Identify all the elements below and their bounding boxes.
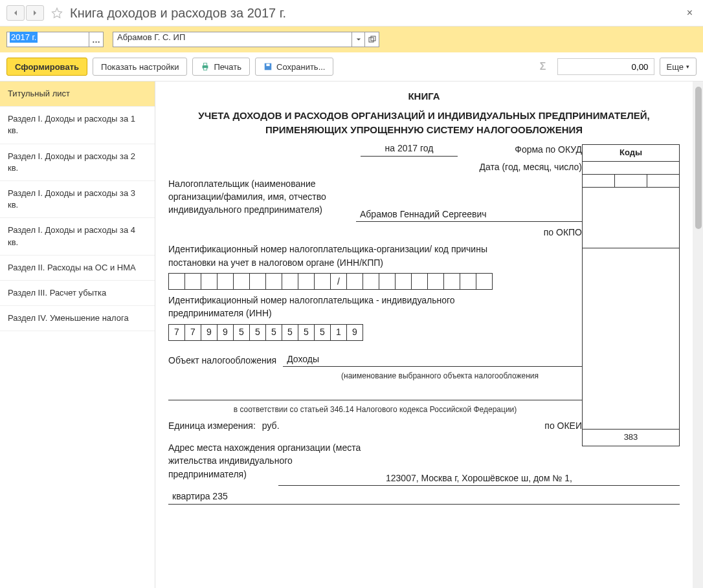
organization-input[interactable]: Абрамов Г. С. ИП: [113, 32, 352, 47]
svg-rect-4: [204, 68, 207, 71]
sum-field[interactable]: [557, 58, 654, 75]
address-line-2: квартира 235: [168, 490, 680, 504]
scrollbar[interactable]: [693, 82, 703, 588]
object-label: Объект налогообложения: [168, 354, 276, 367]
titlebar: Книга доходов и расходов за 2017 г. ×: [0, 0, 703, 27]
okpo-label: по ОКПО: [544, 226, 582, 239]
inn-label: Идентификационный номер налогоплательщик…: [168, 294, 498, 320]
taxpayer-name: Абрамов Геннадий Сергеевич: [356, 208, 582, 222]
period-picker-button[interactable]: …: [89, 32, 104, 47]
svg-rect-3: [204, 63, 207, 66]
year-value: на 2017 год: [361, 142, 458, 156]
back-button[interactable]: [6, 5, 25, 21]
save-icon: [263, 62, 273, 71]
section-item-6[interactable]: Раздел III. Расчет убытка: [0, 281, 155, 306]
scrollbar-thumb[interactable]: [695, 87, 702, 229]
okei-cell: 383: [583, 430, 680, 446]
print-icon: [201, 62, 210, 71]
sections-sidebar: Титульный лист Раздел I. Доходы и расход…: [0, 82, 155, 588]
date-year-cell: [583, 175, 615, 188]
print-button[interactable]: Печать: [192, 58, 250, 76]
organization-open-button[interactable]: [365, 32, 379, 47]
date-day-cell: [647, 175, 680, 188]
section-item-2[interactable]: Раздел I. Доходы и расходы за 2 кв.: [0, 144, 155, 181]
inn-kpp-label: Идентификационный номер налогоплательщик…: [168, 243, 498, 269]
organization-select: Абрамов Г. С. ИП: [113, 32, 379, 47]
sigma-icon: Σ: [534, 58, 552, 76]
inn-cells: 779955555519: [168, 324, 582, 341]
doc-heading-1: КНИГА: [168, 89, 680, 103]
document: КНИГА УЧЕТА ДОХОДОВ И РАСХОДОВ ОРГАНИЗАЦ…: [168, 89, 680, 508]
forward-button[interactable]: [26, 5, 44, 21]
address-line-1: 123007, Москва г, Хорошёвское ш, дом № 1…: [278, 472, 680, 486]
date-month-cell: [615, 175, 647, 188]
section-item-0[interactable]: Титульный лист: [0, 82, 155, 107]
section-item-7[interactable]: Раздел IV. Уменьшение налога: [0, 306, 155, 331]
section-item-3[interactable]: Раздел I. Доходы и расходы за 3 кв.: [0, 181, 155, 218]
unit-label: Единица измерения:: [168, 419, 256, 432]
blank-line: [168, 386, 582, 400]
more-menu-button[interactable]: Еще▾: [660, 58, 697, 76]
object-value: Доходы: [283, 353, 582, 367]
organization-dropdown-button[interactable]: [352, 32, 365, 47]
period-field: 2017 г. …: [6, 32, 104, 47]
section-item-4[interactable]: Раздел I. Доходы и расходы за 4 кв.: [0, 218, 155, 255]
form-button[interactable]: Сформировать: [6, 58, 87, 76]
codes-header: Коды: [583, 145, 680, 162]
okei-label: по ОКЕИ: [544, 419, 582, 432]
section-item-1[interactable]: Раздел I. Доходы и расходы за 1 кв.: [0, 107, 155, 144]
document-area[interactable]: КНИГА УЧЕТА ДОХОДОВ И РАСХОДОВ ОРГАНИЗАЦ…: [155, 82, 703, 588]
save-button[interactable]: Сохранить...: [255, 58, 333, 76]
section-item-5[interactable]: Раздел II. Расходы на ОС и НМА: [0, 256, 155, 281]
spacer-cell: [583, 248, 680, 430]
nav-arrows: [6, 5, 44, 21]
okud-label: Форма по ОКУД: [465, 143, 582, 156]
okud-cell: [583, 162, 680, 175]
okpo-cell: [583, 188, 680, 248]
close-button[interactable]: ×: [683, 7, 697, 19]
codes-table: Коды 383: [582, 144, 680, 446]
inn-kpp-cells: /: [168, 273, 582, 290]
period-input[interactable]: 2017 г.: [6, 32, 89, 47]
page-title: Книга доходов и расходов за 2017 г.: [70, 6, 286, 21]
unit-value: руб.: [262, 419, 280, 432]
filter-bar: 2017 г. … Абрамов Г. С. ИП: [0, 27, 703, 52]
date-label: Дата (год, месяц, число): [480, 160, 582, 173]
doc-heading-2: УЧЕТА ДОХОДОВ И РАСХОДОВ ОРГАНИЗАЦИЙ И И…: [168, 109, 680, 137]
toolbar: Сформировать Показать настройки Печать С…: [0, 52, 703, 82]
settings-button[interactable]: Показать настройки: [93, 58, 187, 76]
favorite-icon[interactable]: [50, 6, 63, 19]
svg-rect-6: [266, 64, 269, 67]
